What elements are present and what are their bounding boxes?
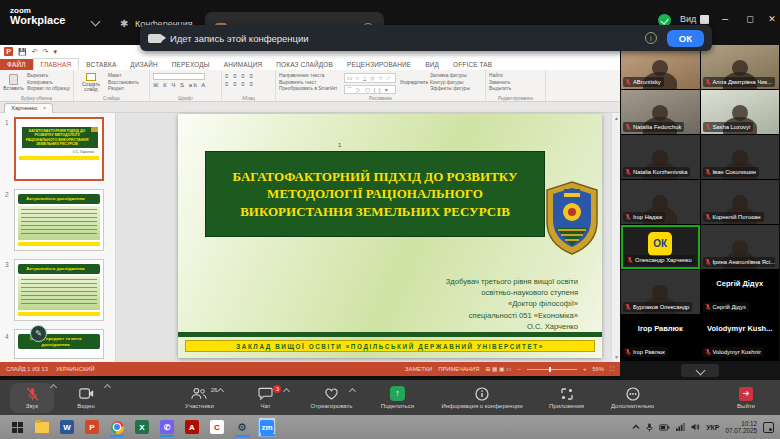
reactions-button[interactable]: Отреагировать — [309, 387, 353, 409]
acrobat-button[interactable]: A — [183, 417, 201, 437]
close-button[interactable]: ✕ — [762, 14, 780, 24]
replace-button[interactable]: Заменить — [489, 80, 511, 85]
participant-tile[interactable]: Natalia Korzhenivska — [621, 135, 700, 179]
ribbon-tab-view[interactable]: ВИД — [418, 59, 446, 70]
audio-button[interactable]: Звук — [10, 383, 54, 413]
cut-button[interactable]: Вырезать — [27, 73, 70, 78]
save-icon[interactable]: 💾 — [18, 47, 27, 56]
customize-qat-icon[interactable]: ▾ — [53, 47, 57, 56]
participant-tile[interactable]: Ірина Анатоліївна Ясі... — [701, 225, 780, 269]
zoom-out-icon[interactable]: − — [518, 366, 521, 372]
collapse-gallery-button[interactable] — [681, 364, 719, 377]
layout-button[interactable]: Макет — [108, 73, 139, 78]
participant-tile[interactable]: Іван Соколишин — [701, 135, 780, 179]
draw-pen-button[interactable]: ✎ — [30, 325, 47, 342]
ribbon-tab-animations[interactable]: АНИМАЦИЯ — [217, 59, 270, 70]
ribbon-tab-officetab[interactable]: OFFICE TAB — [446, 59, 499, 70]
c-app-button[interactable]: C — [208, 417, 226, 437]
zoom-app-button[interactable]: zm — [258, 417, 276, 437]
minimize-button[interactable]: – — [715, 12, 735, 24]
section-button[interactable]: Раздел — [108, 86, 139, 91]
tray-mic-icon[interactable] — [646, 423, 653, 432]
slide-thumbnail-2[interactable]: Актуальність дослідження — [14, 189, 104, 251]
more-button[interactable]: Дополнительно — [611, 387, 655, 409]
apps-button[interactable]: Приложения — [545, 387, 589, 409]
find-button[interactable]: Найти — [489, 73, 511, 78]
share-screen-button[interactable]: ↑ Поделиться — [375, 387, 419, 409]
powerpoint-button[interactable]: P — [83, 417, 101, 437]
zoom-percent[interactable]: 56% — [592, 366, 604, 372]
ribbon-tab-file[interactable]: ФАЙЛ — [0, 59, 33, 70]
participant-tile[interactable]: Алла Дмитрівна Чик... — [701, 45, 780, 89]
slide-thumbnail-1[interactable]: БАГАТОФАКТОРНИЙ ПІДХІД ДО РОЗВИТКУ МЕТОД… — [14, 117, 104, 181]
word-button[interactable]: W — [58, 417, 76, 437]
shapes-gallery[interactable]: ▭ ○ △ ◇ ☆ ⟋ — [344, 73, 396, 83]
audio-options-chevron[interactable] — [50, 383, 57, 390]
excel-button[interactable]: X — [133, 417, 151, 437]
view-mode-icons[interactable]: ⊞ ▦ ▣ ▭ — [485, 366, 511, 372]
file-explorer-button[interactable] — [33, 417, 51, 437]
vertical-scrollbar[interactable]: ▲ ▼ — [611, 113, 620, 362]
tray-volume-icon[interactable] — [691, 423, 700, 431]
language-indicator[interactable]: УКР — [706, 424, 719, 431]
reset-button[interactable]: Восстановить — [108, 80, 139, 85]
ribbon-tab-insert[interactable]: ВСТАВКА — [79, 59, 123, 70]
slide-thumbnail-3[interactable]: Актуальність дослідження — [14, 259, 104, 321]
viber-button[interactable]: ✆ — [158, 417, 176, 437]
shape-fill-button[interactable]: Заливка фигуры — [430, 73, 482, 78]
undo-icon[interactable]: ↶ — [32, 47, 38, 56]
format-painter-button[interactable]: Формат по образцу — [27, 86, 70, 91]
settings-button[interactable]: ⚙ — [233, 417, 251, 437]
action-center-icon[interactable] — [763, 422, 774, 433]
slide-thumbnail-4[interactable]: Об'єкт, предмет та мета дослідження — [14, 329, 104, 359]
participant-tile[interactable]: Sasha Lozovyi — [701, 90, 780, 134]
current-slide[interactable]: 1 БАГАТОФАКТОРНИЙ ПІДХІД ДО РОЗВИТКУ МЕТ… — [178, 114, 602, 358]
participants-button[interactable]: 26 Участники — [177, 387, 221, 409]
fit-slide-icon[interactable]: ⛶ — [610, 366, 614, 373]
redo-icon[interactable]: ↷ — [43, 47, 49, 56]
copy-button[interactable]: Копировать — [27, 80, 70, 85]
clock[interactable]: 10:12 07.07.2025 — [725, 420, 757, 435]
participant-tile[interactable]: ABronitsky — [621, 45, 700, 89]
shapes-gallery-row2[interactable]: ⌒ ▷ ⬡ ( ) ✦ — [344, 85, 396, 95]
close-document-icon[interactable]: × — [43, 105, 46, 111]
arrange-button[interactable]: Упорядочить — [401, 71, 427, 94]
shape-effects-button[interactable]: Эффекты фигуры — [430, 86, 482, 91]
font-name-select[interactable] — [153, 73, 205, 80]
maximize-button[interactable]: ◻ — [740, 14, 760, 24]
participant-tile[interactable]: Ігор Равлюк Ігор Равлюк — [621, 315, 700, 359]
ribbon-tab-home[interactable]: ГЛАВНАЯ — [33, 58, 80, 70]
tray-expand-icon[interactable] — [632, 423, 640, 431]
text-direction-button[interactable]: Направление текста — [279, 73, 341, 78]
participant-tile[interactable]: Бурлаков Олександр — [621, 270, 700, 314]
notes-button[interactable]: ЗАМЕТКИ — [405, 366, 432, 372]
reactions-chevron[interactable] — [349, 387, 356, 394]
participant-tile[interactable]: Nataliia Fedorchuk — [621, 90, 700, 134]
participant-tile[interactable]: Сергій Дідух Сергій Дідух — [701, 270, 780, 314]
ribbon-tab-review[interactable]: РЕЦЕНЗИРОВАНИЕ — [340, 59, 418, 70]
shape-outline-button[interactable]: Контур фигуры — [430, 80, 482, 85]
select-button[interactable]: Выделить — [489, 86, 511, 91]
zoom-slider[interactable] — [527, 369, 577, 370]
align-buttons[interactable]: ≡ ≡ ≡ ≡ — [225, 81, 255, 87]
zoom-in-icon[interactable]: + — [583, 366, 586, 372]
participant-tile[interactable]: Ігор Надюк — [621, 180, 700, 224]
start-button[interactable] — [8, 417, 26, 437]
chat-chevron[interactable] — [283, 387, 290, 394]
new-slide-button[interactable]: Создать слайд — [77, 71, 105, 94]
language-status[interactable]: УКРАИНСКИЙ — [56, 366, 95, 372]
tray-network-icon[interactable] — [676, 423, 685, 431]
chevron-down-icon[interactable] — [91, 17, 101, 27]
view-button[interactable]: Вид — [680, 14, 709, 24]
font-style-buttons[interactable]: Ж К Ч S ab A — [153, 82, 207, 88]
tray-battery-icon[interactable] — [659, 424, 670, 431]
chat-button[interactable]: 3 Чат — [243, 387, 287, 409]
chrome-button[interactable] — [108, 417, 126, 437]
ribbon-tab-transitions[interactable]: ПЕРЕХОДЫ — [165, 59, 217, 70]
ribbon-tab-slideshow[interactable]: ПОКАЗ СЛАЙДОВ — [269, 59, 340, 70]
align-text-button[interactable]: Выровнять текст — [279, 80, 341, 85]
participant-tile-active-speaker[interactable]: ОК Олександр Харченко — [621, 225, 700, 269]
comments-button[interactable]: ПРИМЕЧАНИЯ — [438, 366, 479, 372]
convert-smartart-button[interactable]: Преобразовать в SmartArt — [279, 86, 341, 91]
scroll-down-icon[interactable]: ▼ — [613, 354, 620, 360]
